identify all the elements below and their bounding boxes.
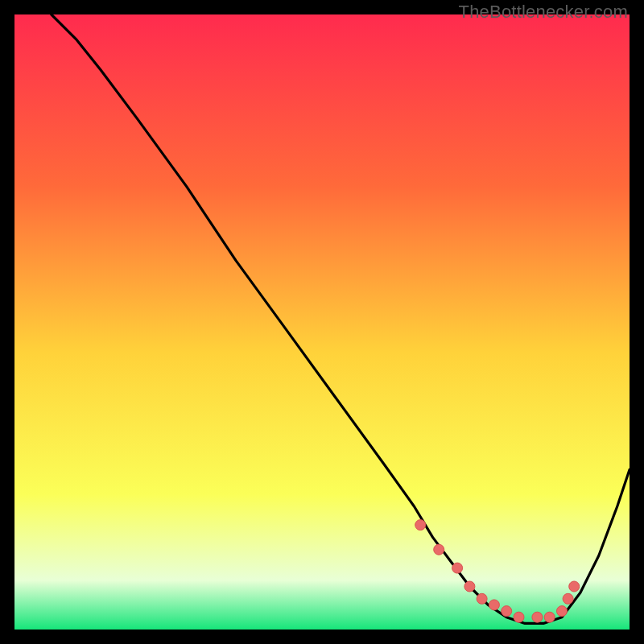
highlight-point	[502, 606, 512, 617]
highlight-point	[569, 581, 580, 592]
highlight-point	[557, 606, 568, 617]
highlight-point	[464, 581, 475, 592]
bottleneck-chart	[14, 14, 630, 630]
highlight-point	[514, 612, 524, 622]
highlight-point	[477, 593, 487, 604]
highlight-point	[489, 600, 499, 610]
highlight-point	[415, 520, 426, 530]
watermark-text: TheBottlenecker.com	[459, 2, 628, 23]
highlight-point	[452, 563, 463, 573]
highlight-point	[563, 593, 573, 604]
highlight-point	[532, 612, 543, 622]
highlight-point	[544, 612, 555, 622]
gradient-background	[14, 14, 630, 630]
chart-frame	[14, 14, 630, 630]
highlight-point	[434, 544, 444, 555]
